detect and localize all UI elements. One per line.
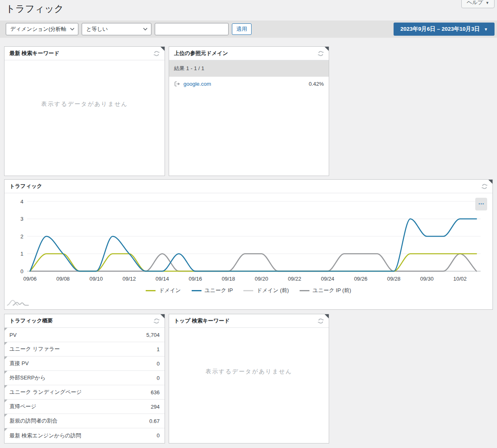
- stat-value: 636: [151, 389, 160, 395]
- panel-traffic-summary: トラフィック概要 PV5,704 ユニーク リファラー1 直接 PV0 外部SE…: [4, 314, 165, 443]
- dimension-select-value: ディメンション(分析軸: [10, 25, 66, 33]
- y-axis-tick-label: 1: [21, 251, 23, 257]
- x-axis-tick-label: 09/20: [255, 276, 268, 282]
- stat-value: 0: [157, 361, 160, 367]
- series-line-ドメイン (前): [30, 254, 476, 272]
- x-axis-tick-label: 09/24: [321, 276, 334, 282]
- empty-state-text: 表示するデータがありません: [5, 60, 165, 108]
- x-axis-tick-label: 09/12: [123, 276, 136, 282]
- legend-swatch: [300, 290, 309, 291]
- series-line-ユニーク IP (前): [30, 254, 476, 272]
- legend-label: ドメイン (前): [257, 287, 289, 294]
- stat-value: 5,704: [146, 332, 160, 338]
- help-button[interactable]: ヘルプ ▼: [461, 0, 495, 8]
- external-link-icon: [174, 81, 180, 87]
- legend-swatch: [192, 290, 202, 291]
- panel-corner-fold: [160, 314, 165, 318]
- traffic-chart-canvas: 0123409/0609/0809/1009/1209/1409/1609/18…: [5, 193, 492, 284]
- row-corner-fold: [5, 400, 7, 402]
- x-axis-tick-label: 09/28: [387, 276, 401, 282]
- panel-corner-fold: [325, 314, 329, 318]
- stat-label: 最新 検索エンジンからの訪問: [9, 432, 81, 439]
- stat-row: 最新 検索エンジンからの訪問0: [5, 428, 165, 443]
- chevron-down-icon: [143, 27, 148, 31]
- panel-header: トラフィック概要: [5, 314, 165, 328]
- refresh-icon[interactable]: [153, 50, 160, 57]
- stat-row: 直帰ページ294: [5, 400, 165, 414]
- stat-row: 直接 PV0: [5, 357, 165, 371]
- amcharts-logo[interactable]: [6, 297, 32, 309]
- legend-item-3[interactable]: ユニーク IP (前): [300, 287, 351, 294]
- row-corner-fold: [5, 371, 7, 374]
- legend-item-2[interactable]: ドメイン (前): [243, 287, 289, 294]
- refresh-icon[interactable]: [318, 50, 324, 57]
- stat-label: PV: [9, 332, 16, 338]
- panel-title: トラフィック概要: [9, 317, 53, 325]
- panel-title: トップ 検索キーワード: [174, 317, 229, 325]
- referrer-percentage: 0.42%: [309, 81, 324, 87]
- stat-value: 0.67: [149, 418, 160, 424]
- date-range-button[interactable]: 2023年9月6日 – 2023年10月3日 ▼: [394, 23, 495, 36]
- stat-label: 外部SERPから: [9, 374, 46, 382]
- y-axis-tick-label: 0: [21, 268, 23, 274]
- x-axis-tick-label: 09/22: [288, 276, 301, 282]
- x-axis-tick-label: 09/10: [89, 276, 103, 282]
- panel-title: 上位の参照元ドメイン: [174, 50, 228, 57]
- panel-header: 上位の参照元ドメイン: [169, 47, 329, 60]
- traffic-chart: 0123409/0609/0809/1009/1209/1409/1609/18…: [5, 193, 492, 310]
- referrer-row: google.com 0.42%: [169, 77, 329, 91]
- stat-label: ユニーク リファラー: [9, 345, 60, 353]
- operator-select[interactable]: と等しい: [82, 23, 151, 35]
- legend-swatch: [146, 290, 156, 291]
- row-corner-fold: [5, 414, 7, 417]
- legend-item-1[interactable]: ユニーク IP: [192, 287, 233, 294]
- panel-header: トップ 検索キーワード: [169, 314, 329, 328]
- empty-state-text: 表示するデータがありません: [169, 328, 329, 375]
- legend-label: ユニーク IP: [205, 287, 233, 294]
- series-line-ユニーク IP: [30, 219, 476, 272]
- y-axis-tick-label: 3: [21, 216, 23, 222]
- row-corner-fold: [5, 357, 7, 359]
- referrer-domain-link[interactable]: google.com: [183, 81, 211, 87]
- x-axis-tick-label: 09/06: [23, 276, 37, 282]
- x-axis-tick-label: 10/02: [453, 276, 467, 282]
- legend-item-0[interactable]: ドメイン: [146, 287, 181, 294]
- x-axis-tick-label: 09/16: [189, 276, 202, 282]
- panel-top-referring-domains: 上位の参照元ドメイン 結果 1 - 1 / 1 google.com 0.42%: [169, 46, 329, 176]
- stat-value: 0: [157, 375, 160, 381]
- x-axis-tick-label: 09/18: [222, 276, 235, 282]
- y-axis-tick-label: 4: [21, 199, 23, 205]
- filter-bar: ディメンション(分析軸 と等しい 適用 2023年9月6日 – 2023年10月…: [0, 21, 497, 38]
- results-count-bar: 結果 1 - 1 / 1: [169, 60, 329, 77]
- chart-legend: ドメインユニーク IPドメイン (前)ユニーク IP (前): [5, 287, 492, 294]
- dimension-select[interactable]: ディメンション(分析軸: [6, 23, 78, 35]
- filter-value-input[interactable]: [155, 23, 229, 35]
- chart-menu-button[interactable]: …: [475, 198, 487, 210]
- panel-traffic-chart: トラフィック 0123409/0609/0809/1009/1209/1409/…: [4, 179, 493, 310]
- row-corner-fold: [5, 328, 7, 331]
- panel-header: トラフィック: [5, 180, 492, 193]
- stat-row: 外部SERPから0: [5, 371, 165, 385]
- operator-select-value: と等しい: [86, 25, 108, 33]
- stat-value: 1: [157, 346, 160, 352]
- stat-label: 直帰ページ: [9, 403, 37, 410]
- stat-row: ユニーク ランディングページ636: [5, 385, 165, 400]
- stat-row: 新規の訪問者の割合0.67: [5, 414, 165, 428]
- row-corner-fold: [5, 342, 7, 345]
- row-corner-fold: [5, 385, 7, 388]
- chevron-down-icon: [70, 27, 75, 31]
- x-axis-tick-label: 09/08: [56, 276, 70, 282]
- refresh-icon[interactable]: [153, 318, 160, 324]
- refresh-icon[interactable]: [318, 318, 324, 324]
- date-range-label: 2023年9月6日 – 2023年10月3日: [400, 25, 480, 33]
- stat-row: PV5,704: [5, 328, 165, 342]
- refresh-icon[interactable]: [481, 183, 488, 190]
- apply-button[interactable]: 適用: [232, 23, 252, 35]
- legend-label: ユニーク IP (前): [313, 287, 351, 294]
- chevron-down-icon: ▼: [484, 27, 488, 32]
- legend-label: ドメイン: [159, 287, 181, 294]
- panel-latest-keywords: 最新 検索キーワード 表示するデータがありません: [4, 46, 165, 176]
- chevron-down-icon: ▼: [486, 1, 489, 6]
- x-axis-tick-label: 09/30: [420, 276, 434, 282]
- x-axis-tick-label: 09/14: [156, 276, 169, 282]
